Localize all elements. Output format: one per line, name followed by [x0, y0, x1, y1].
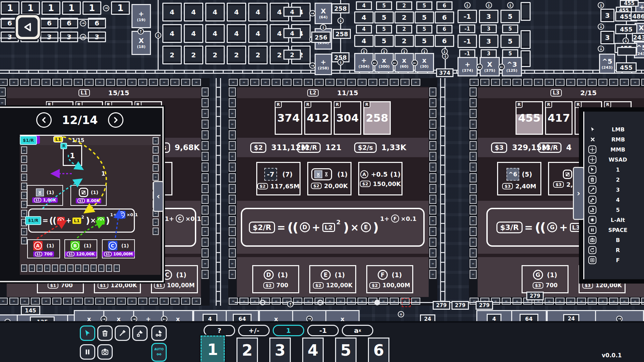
number-cell[interactable]: 1: [42, 1, 60, 15]
operator-cell[interactable]: +(258): [315, 54, 332, 75]
operator-cell[interactable]: X(375): [480, 57, 500, 76]
reward-cell[interactable]: R 304: [334, 101, 361, 135]
number-cell[interactable]: 4: [248, 3, 268, 21]
reward-cell[interactable]: R 412: [304, 101, 332, 135]
keybind-collapse-handle[interactable]: ›: [573, 167, 584, 220]
machine-column: 6 6 6 6 ↓: [435, 1, 454, 55]
paint-tool-button[interactable]: [132, 325, 148, 341]
variable-upgrade-button[interactable]: E(1) $2120,00K: [309, 265, 356, 293]
tutorial-prev-button[interactable]: [36, 112, 52, 128]
number-cell[interactable]: 4: [162, 24, 182, 43]
operator-cell[interactable]: +(304): [354, 53, 374, 72]
number-cell[interactable]: 4: [184, 24, 203, 43]
number-mode-pill[interactable]: ?: [204, 325, 235, 336]
number-cell[interactable]: -1: [458, 35, 477, 48]
tutorial-collapse-handle[interactable]: ‹: [153, 181, 164, 212]
number-cell[interactable]: 4: [354, 11, 374, 23]
keybind-label: WSAD: [596, 157, 644, 163]
number-cell[interactable]: 1: [83, 1, 101, 15]
number-cell[interactable]: 3: [60, 32, 78, 42]
number-cell[interactable]: 2: [184, 46, 203, 64]
number-cell[interactable]: 2: [205, 46, 225, 64]
belt-node[interactable]: [317, 300, 323, 305]
number-tile-button[interactable]: 4: [302, 338, 324, 362]
value-badge: 145: [21, 306, 40, 315]
number-mode-pill[interactable]: +/-: [238, 325, 270, 336]
cell-value: 3: [67, 33, 71, 41]
number-cell[interactable]: 2: [248, 46, 268, 64]
number-tile-button[interactable]: 2: [236, 338, 258, 362]
variable-upgrade-button[interactable]: D(1) $2700: [252, 265, 299, 293]
back-button[interactable]: [15, 14, 41, 40]
number-cell[interactable]: 5: [500, 10, 520, 23]
upgrade-button[interactable]: -7 (7) $2117,65M: [256, 162, 301, 195]
variable-upgrade-button[interactable]: F(1) $2100,00M: [366, 265, 413, 293]
number-cell[interactable]: 3: [40, 32, 58, 42]
operator-cell[interactable]: ^5(243): [599, 54, 615, 74]
number-cell[interactable]: 1: [111, 1, 130, 15]
number-cell[interactable]: 3: [600, 31, 614, 44]
number-cell[interactable]: 5: [374, 11, 394, 23]
number-cell[interactable]: -1: [458, 10, 477, 23]
paint-link-tool-button[interactable]: [151, 325, 167, 341]
number-tile-button[interactable]: 6: [368, 338, 389, 362]
number-cell[interactable]: 4: [354, 35, 374, 47]
select-tool-button[interactable]: [80, 325, 95, 341]
number-cell[interactable]: 1: [62, 1, 81, 15]
number-cell[interactable]: 2: [394, 35, 414, 47]
number-cell[interactable]: 5: [500, 35, 520, 48]
cell-value: 1: [68, 3, 74, 13]
reward-cell[interactable]: R 374: [275, 101, 302, 135]
reward-cell[interactable]: R 258: [363, 101, 391, 135]
number-cell[interactable]: 2: [394, 11, 414, 23]
number-cell[interactable]: 4: [205, 3, 225, 21]
number-cell[interactable]: 5: [415, 35, 434, 47]
variable-upgrade-button[interactable]: G(1) $3700: [522, 265, 569, 293]
operator-cell[interactable]: ^3(125): [502, 57, 522, 76]
number-tile-button[interactable]: 5: [335, 338, 357, 362]
number-cell[interactable]: 3: [479, 35, 498, 48]
plus-node-icon[interactable]: +: [398, 311, 404, 317]
upgrade-button[interactable]: (1) $220,00K: [307, 162, 352, 195]
reward-cell[interactable]: R 455: [516, 101, 543, 135]
number-cell[interactable]: 1: [1, 1, 19, 15]
number-cell[interactable]: 1: [21, 1, 40, 15]
picker-tool-button[interactable]: [115, 325, 130, 341]
tutorial-next-button[interactable]: [108, 112, 123, 128]
number-cell[interactable]: 2: [227, 46, 246, 64]
operator-cell[interactable]: X(64): [315, 3, 332, 24]
value-badge-374: 374: [436, 68, 453, 77]
stat-badge: $2/R: [297, 142, 321, 153]
number-cell[interactable]: 4: [184, 3, 203, 21]
number-mode-pill[interactable]: 1: [273, 325, 304, 336]
number-cell[interactable]: 3: [479, 10, 498, 23]
auto-link-button[interactable]: AUTO: [151, 343, 167, 362]
operator-count: (19): [137, 18, 145, 22]
number-cell[interactable]: 3: [88, 32, 106, 42]
number-tile-button[interactable]: 3: [269, 338, 291, 362]
delete-tool-button[interactable]: [97, 325, 113, 341]
number-mode-pill[interactable]: ax: [342, 325, 373, 336]
belt-node[interactable]: [260, 300, 265, 305]
reward-cell[interactable]: R 417: [545, 101, 573, 135]
belt-node[interactable]: [374, 300, 380, 305]
number-cell[interactable]: 5: [415, 11, 434, 23]
screenshot-button[interactable]: [97, 344, 113, 360]
operator-cell[interactable]: +(374): [458, 57, 478, 76]
pause-button[interactable]: [80, 344, 95, 360]
number-cell[interactable]: 5: [374, 35, 394, 47]
number-cell[interactable]: 4: [205, 24, 225, 43]
upgrade-button[interactable]: ^6 (5) $32,40M: [497, 162, 541, 195]
number-cell[interactable]: 3: [600, 9, 614, 22]
number-cell[interactable]: 4: [227, 24, 246, 43]
upgrade-button[interactable]: A +0.5 (1) $2150,00K: [358, 162, 402, 195]
number-cell[interactable]: 4: [227, 3, 246, 21]
number-cell[interactable]: 2: [162, 46, 182, 64]
operator-cell[interactable]: + (19): [131, 4, 151, 28]
number-cell[interactable]: 6: [435, 11, 454, 23]
number-cell[interactable]: 4: [162, 3, 182, 21]
number-mode-pill[interactable]: -1: [307, 325, 339, 336]
number-tile-button[interactable]: 1: [201, 336, 225, 362]
number-cell[interactable]: 4: [248, 24, 268, 43]
number-cell[interactable]: 6: [435, 35, 454, 47]
